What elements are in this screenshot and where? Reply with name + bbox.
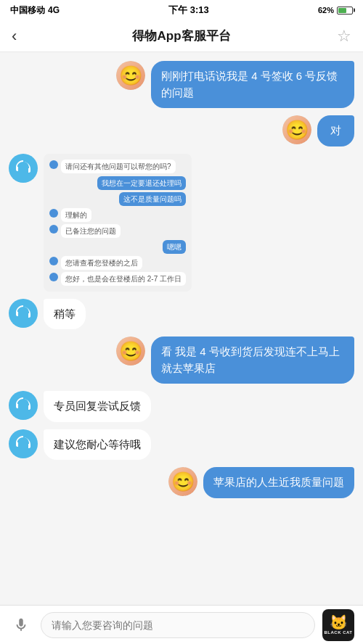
headset-icon (15, 160, 32, 177)
message-row: 请问还有其他问题可以帮您的吗? 我想在一定要退还处理吗 这不是质量问题吗 理解的… (9, 154, 354, 292)
mic-icon (13, 617, 29, 633)
network-type: 4G (48, 5, 60, 15)
message-row: 稍等 (9, 299, 354, 330)
status-left: 中国移动 4G (10, 4, 60, 17)
headset-icon (15, 397, 32, 414)
message-row: 对 (9, 115, 354, 146)
blackcat-logo[interactable]: 🐱 BLACK CAT (322, 609, 354, 641)
message-bubble: 稍等 (44, 299, 86, 330)
input-bar: 🐱 BLACK CAT (0, 605, 363, 644)
status-bar: 中国移动 4G 下午 3:13 62% (0, 0, 363, 20)
message-bubble: 看 我是 4 号收到货后发现连不上马上就去苹果店 (151, 337, 354, 384)
service-avatar (9, 429, 38, 458)
message-bubble: 刚刚打电话说我是 4 号签收 6 号反馈的问题 (151, 61, 354, 108)
message-bubble: 苹果店的人生近我质量问题 (203, 467, 354, 498)
avatar (282, 115, 311, 144)
avatar (116, 61, 145, 90)
avatar (116, 337, 145, 366)
message-bubble: 建议您耐心等待哦 (44, 429, 151, 461)
service-avatar (9, 154, 38, 183)
carrier-label: 中国移动 (10, 4, 45, 17)
headset-icon (15, 305, 32, 322)
back-button[interactable]: ‹ (12, 27, 35, 46)
message-row: 刚刚打电话说我是 4 号签收 6 号反馈的问题 (9, 61, 354, 108)
star-button[interactable]: ☆ (328, 27, 351, 46)
service-avatar (9, 391, 38, 420)
status-right: 62% (318, 6, 353, 15)
battery-fill (338, 8, 346, 13)
mic-button[interactable] (9, 613, 33, 637)
message-row: 建议您耐心等待哦 (9, 429, 354, 461)
message-row: 专员回复尝试反馈 (9, 391, 354, 422)
battery-icon (337, 7, 353, 15)
status-time: 下午 3:13 (168, 4, 209, 17)
headset-icon (15, 435, 32, 453)
message-bubble: 专员回复尝试反馈 (44, 391, 151, 422)
message-row: 苹果店的人生近我质量问题 (9, 467, 354, 498)
battery-percent: 62% (318, 6, 334, 15)
header: ‹ 得物App客服平台 ☆ (0, 20, 363, 52)
page-title: 得物App客服平台 (132, 28, 230, 44)
user-avatar (116, 337, 145, 366)
message-bubble: 对 (317, 115, 354, 146)
service-avatar (9, 299, 38, 328)
blackcat-label: BLACK CAT (324, 630, 352, 635)
message-row: 看 我是 4 号收到货后发现连不上马上就去苹果店 (9, 337, 354, 384)
avatar (168, 467, 197, 496)
chat-area: 刚刚打电话说我是 4 号签收 6 号反馈的问题 对 请问还有其他问题可以帮您的吗… (0, 52, 363, 605)
user-avatar (282, 115, 311, 144)
screenshot-block: 请问还有其他问题可以帮您的吗? 我想在一定要退还处理吗 这不是质量问题吗 理解的… (44, 154, 192, 292)
cat-icon: 🐱 (330, 615, 348, 629)
user-avatar (116, 61, 145, 90)
chat-input[interactable] (41, 612, 315, 638)
user-avatar (168, 467, 197, 496)
